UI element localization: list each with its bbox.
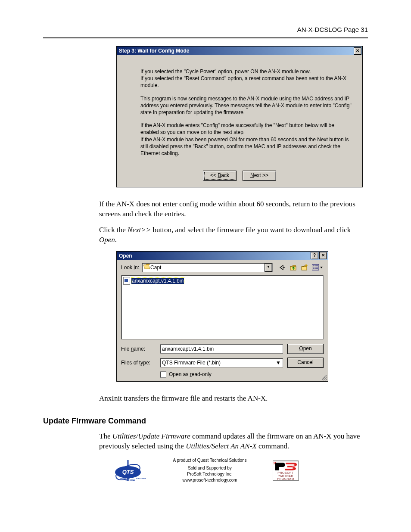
body-paragraph-3: AnxInit transfers the firmware file and … xyxy=(43,394,368,404)
text-frag: button, and select the firmware file you… xyxy=(151,226,351,234)
next-suffix: ext >> xyxy=(254,172,268,178)
dialog-paragraph-2: This program is now sending messages to … xyxy=(140,95,353,116)
svg-rect-28 xyxy=(274,464,274,464)
prosoft-partner-logo: PROSOFT PARTNER PROGRAM xyxy=(273,459,299,482)
back-arrow-icon[interactable] xyxy=(278,263,286,272)
text-frag: . xyxy=(115,236,117,244)
dialog-paragraph-1: If you selected the "Cycle Power" option… xyxy=(140,68,353,89)
back-button[interactable]: << Back xyxy=(203,171,237,181)
text-frag-italic: Next>> xyxy=(128,226,151,234)
qts-logo: QTS QUEST TECHNICAL SOLUTIONS xyxy=(112,459,147,482)
filename-input[interactable]: anxamxcapt.v1.4.1.bin xyxy=(160,344,283,354)
next-mnemonic: N xyxy=(250,172,254,178)
filetype-value: QTS Firmware File (*.bin) xyxy=(162,358,221,367)
next-button[interactable]: Next >> xyxy=(243,171,276,181)
lookin-dropdown[interactable]: Capt ▼ xyxy=(142,263,273,272)
back-suffix: ack xyxy=(221,172,229,178)
filetype-label: Files of type: xyxy=(121,360,156,366)
open-button[interactable]: Open xyxy=(287,344,324,354)
filename-label: File name: xyxy=(121,346,156,352)
dialog-title: Open xyxy=(119,253,310,259)
label-frag: File xyxy=(121,346,131,352)
text-frag: command. xyxy=(257,442,290,450)
svg-marker-1 xyxy=(143,265,150,269)
footer-line: www.prosoft-technology.com xyxy=(173,477,246,483)
label-frag: ead-only xyxy=(192,371,212,377)
svg-text:PROSOFT: PROSOFT xyxy=(277,471,294,474)
dialog-paragraph-3: If the AN-X module enters "Config" mode … xyxy=(140,122,353,157)
readonly-label: Open as read-only xyxy=(169,371,212,377)
svg-text:PROGRAM: PROGRAM xyxy=(277,477,294,480)
file-item[interactable]: anxamxcapt.v1.4.1.bin xyxy=(123,277,184,285)
dialog-title: Step 3: Wait for Config Mode xyxy=(119,48,353,54)
header-rule xyxy=(43,37,368,38)
back-prefix: << xyxy=(210,172,218,178)
resize-grip-icon[interactable] xyxy=(322,375,327,380)
text-frag-italic: Utilities/Select An AN-X xyxy=(186,442,257,450)
footer-line: A product of Quest Technical Solutions xyxy=(173,457,246,464)
body-paragraph-1: If the AN-X does not enter config mode w… xyxy=(43,199,368,219)
footer-text: A product of Quest Technical Solutions S… xyxy=(173,457,246,483)
open-suffix: pen xyxy=(303,345,312,352)
close-button[interactable]: ✕ xyxy=(319,252,327,259)
lookin-label: Look in: xyxy=(121,264,139,271)
open-file-dialog: Open ? ✕ Look in: Capt ▼ xyxy=(116,251,328,382)
section-heading: Update Firmware Command xyxy=(43,417,368,426)
svg-text:TECHNICAL: TECHNICAL xyxy=(125,479,136,481)
svg-text:QTS: QTS xyxy=(122,469,134,475)
text-frag: Click the xyxy=(99,226,128,234)
page-footer: QTS QUEST TECHNICAL SOLUTIONS A product … xyxy=(43,457,368,483)
body-paragraph-2: Click the Next>> button, and select the … xyxy=(43,225,368,245)
readonly-checkbox[interactable] xyxy=(160,371,166,378)
text-frag-italic: Open xyxy=(99,236,115,244)
label-frag: Look xyxy=(121,264,134,271)
new-folder-icon[interactable] xyxy=(300,263,309,272)
folder-open-icon xyxy=(143,264,150,271)
filetype-dropdown[interactable]: QTS Firmware File (*.bin) ▼ xyxy=(160,358,283,367)
svg-text:SOLUTIONS: SOLUTIONS xyxy=(136,477,146,479)
open-mnemonic: O xyxy=(299,345,303,352)
label-frag: ame: xyxy=(134,346,145,352)
chevron-down-icon[interactable]: ▼ xyxy=(276,358,281,367)
label-frag: ype: xyxy=(140,360,150,366)
svg-rect-27 xyxy=(274,463,275,464)
chevron-down-icon[interactable]: ▼ xyxy=(265,263,272,272)
label-frag: n: xyxy=(135,264,139,271)
body-paragraph-4: The Utilities/Update Firmware command up… xyxy=(43,432,368,451)
text-frag-italic: Utilities/Update Firmware xyxy=(112,432,190,440)
svg-rect-5 xyxy=(302,267,307,270)
config-mode-dialog: Step 3: Wait for Config Mode ✕ If you se… xyxy=(116,46,363,187)
text-frag: The xyxy=(99,432,112,440)
svg-rect-26 xyxy=(275,462,276,463)
svg-marker-4 xyxy=(290,265,296,266)
file-list[interactable]: anxamxcapt.v1.4.1.bin xyxy=(121,275,324,339)
footer-line: Sold and Supported by xyxy=(173,465,246,471)
close-button[interactable]: ✕ xyxy=(354,47,361,55)
lookin-value: Capt xyxy=(150,264,161,271)
file-name: anxamxcapt.v1.4.1.bin xyxy=(131,278,184,284)
footer-line: ProSoft Technology Inc. xyxy=(173,471,246,477)
file-type-icon xyxy=(123,277,130,285)
view-menu-icon[interactable] xyxy=(311,263,324,272)
svg-rect-25 xyxy=(274,462,274,463)
filename-value: anxamxcapt.v1.4.1.bin xyxy=(162,345,214,353)
titlebar: Step 3: Wait for Config Mode ✕ xyxy=(117,47,362,55)
svg-text:PARTNER: PARTNER xyxy=(277,474,293,477)
page-header: AN-X-DCSLOG Page 31 xyxy=(43,26,368,37)
help-button[interactable]: ? xyxy=(311,252,318,259)
cancel-button[interactable]: Cancel xyxy=(287,358,324,368)
label-frag: Files of xyxy=(121,360,139,366)
label-frag: Open as xyxy=(169,371,190,377)
titlebar: Open ? ✕ xyxy=(117,252,328,260)
up-folder-icon[interactable] xyxy=(289,263,298,272)
